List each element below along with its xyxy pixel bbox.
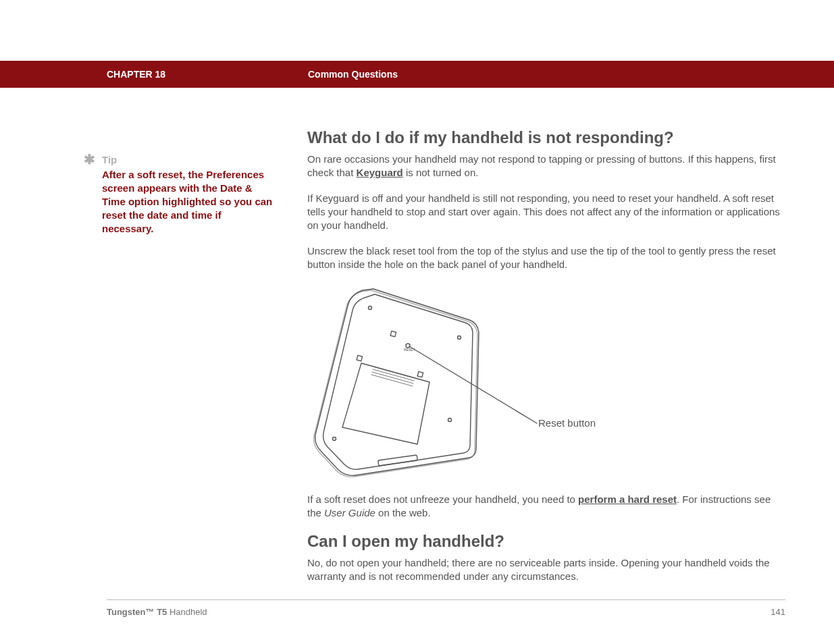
paragraph-4: If a soft reset does not unfreeze your h… <box>307 493 787 520</box>
svg-point-10 <box>448 419 452 422</box>
heading-2: Can I open my handheld? <box>307 532 787 551</box>
device-figure: RESET <box>307 284 787 479</box>
sidebar-tip: ✱ Tip After a soft reset, the Preference… <box>78 153 273 236</box>
svg-point-12 <box>369 306 372 310</box>
p4-text-a: If a soft reset does not unfreeze your h… <box>307 493 578 505</box>
tip-label: Tip <box>102 153 273 167</box>
paragraph-5: No, do not open your handheld; there are… <box>307 556 787 583</box>
svg-rect-1 <box>417 371 423 377</box>
asterisk-icon: ✱ <box>78 153 95 166</box>
chapter-label: CHAPTER 18 <box>107 69 308 80</box>
svg-rect-0 <box>390 331 396 337</box>
p1-text-b: is not turned on. <box>403 167 479 178</box>
header-bar: CHAPTER 18 Common Questions <box>0 61 834 88</box>
p4-text-c: on the web. <box>375 507 431 518</box>
keyguard-link[interactable]: Keyguard <box>357 167 403 178</box>
svg-line-14 <box>409 346 537 423</box>
heading-1: What do I do if my handheld is not respo… <box>307 128 787 147</box>
top-margin <box>0 0 834 61</box>
svg-point-11 <box>458 336 461 340</box>
hard-reset-link[interactable]: perform a hard reset <box>578 493 677 505</box>
page-number: 141 <box>771 607 785 617</box>
svg-rect-2 <box>357 355 363 361</box>
svg-line-6 <box>373 369 414 381</box>
paragraph-3: Unscrew the black reset tool from the to… <box>307 244 787 271</box>
paragraph-2: If Keyguard is off and your handheld is … <box>307 192 787 232</box>
product-bold: Tungsten™ T5 <box>107 607 167 617</box>
main-column: What do I do if my handheld is not respo… <box>307 128 787 595</box>
page: CHAPTER 18 Common Questions ✱ Tip After … <box>0 0 834 644</box>
handheld-illustration: RESET <box>307 284 658 479</box>
page-footer: Tungsten™ T5 Handheld 141 <box>107 599 785 617</box>
product-rest: Handheld <box>167 607 207 617</box>
svg-line-8 <box>371 375 413 386</box>
header-inner: CHAPTER 18 Common Questions <box>107 61 785 88</box>
figure-callout-label: Reset button <box>538 417 596 429</box>
section-label: Common Questions <box>308 69 398 80</box>
svg-line-5 <box>373 367 415 378</box>
paragraph-1: On rare occasions your handheld may not … <box>307 153 787 180</box>
svg-rect-13 <box>378 455 418 466</box>
product-name: Tungsten™ T5 Handheld <box>107 607 207 617</box>
svg-line-7 <box>372 372 413 383</box>
p4-italic: User Guide <box>324 507 375 518</box>
svg-point-9 <box>333 437 336 441</box>
svg-text:RESET: RESET <box>404 348 415 352</box>
tip-body: After a soft reset, the Preferences scre… <box>102 168 273 236</box>
